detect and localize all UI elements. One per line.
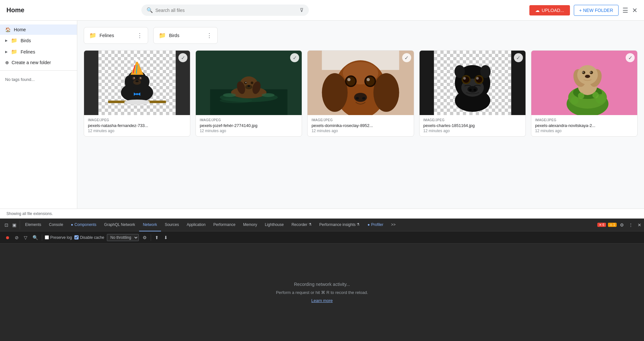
svg-point-35 (245, 82, 246, 83)
svg-point-52 (354, 93, 367, 102)
create-folder-button[interactable]: ⊕ Create a new folder (0, 57, 77, 68)
image-name-0: pexels-natasha-fernandez-733... (88, 123, 186, 128)
svg-point-87 (571, 97, 578, 104)
search-input[interactable] (156, 8, 295, 13)
device-toggle-icon[interactable]: ▣ (10, 220, 18, 229)
folder-icon: 📁 (159, 32, 166, 39)
svg-point-23 (136, 93, 138, 95)
search-icon: 🔍 (147, 7, 153, 13)
image-type-0: IMAGE/JPEG (88, 118, 186, 122)
image-name-1: pexels-jozef-fehér-2774140.jpg (200, 123, 298, 128)
recording-instruction: Perform a request or hit ⌘ R to record t… (276, 290, 368, 295)
svg-point-28 (220, 98, 252, 103)
svg-point-16 (136, 80, 139, 82)
tab-elements[interactable]: Elements (21, 219, 45, 231)
tab-memory[interactable]: Memory (239, 219, 261, 231)
upload-button[interactable]: ☁ UPLOAD... (529, 5, 570, 15)
devtools-network-content: Recording network activity... Perform a … (0, 244, 644, 341)
filter-button[interactable]: ▽ (23, 234, 29, 241)
tab-network[interactable]: Network (139, 219, 161, 231)
svg-point-84 (582, 72, 583, 73)
image-type-4: IMAGE/JPEG (535, 118, 633, 122)
devtools-more-button[interactable]: ⋮ (627, 222, 634, 228)
plus-circle-icon: ⊕ (5, 60, 9, 65)
svg-point-89 (578, 93, 584, 99)
svg-point-90 (592, 92, 599, 98)
app-bar: Home 🔍 ⊽ ☁ UPLOAD... + NEW FOLDER ☰ ✕ (0, 0, 644, 21)
throttle-select[interactable]: No throttling (107, 234, 139, 241)
expand-arrow-icon: ▶ (5, 50, 8, 54)
image-thumb-1: ✓ (196, 51, 302, 115)
image-card-1[interactable]: ✓ IMAGE/JPEG pexels-jozef-fehér-2774140.… (195, 50, 302, 137)
search-network-button[interactable]: 🔍 (31, 234, 39, 241)
toolbar-divider (42, 234, 42, 241)
image-thumb-0: ✓ (84, 51, 190, 115)
tab-more[interactable]: >> (387, 219, 400, 231)
new-folder-button[interactable]: + NEW FOLDER (574, 5, 619, 16)
svg-point-85 (590, 72, 591, 73)
folder-icon: 📁 (11, 37, 17, 44)
folder-card-birds[interactable]: 📁 Birds ⋮ (153, 27, 218, 44)
learn-more-link[interactable]: Learn more (311, 298, 333, 303)
elements-picker-icon[interactable]: ⊡ (3, 220, 10, 229)
svg-point-53 (356, 97, 359, 100)
network-settings-icon[interactable]: ⚙ (141, 234, 148, 241)
tab-sources[interactable]: Sources (161, 219, 183, 231)
tab-components[interactable]: ● Components (67, 219, 100, 231)
devtools-settings-button[interactable]: ⚙ (619, 222, 625, 228)
tab-recorder[interactable]: Recorder ⚗ (288, 219, 315, 231)
select-checkbox-4[interactable]: ✓ (626, 53, 635, 62)
warning-badge: ⚠ 1 (608, 223, 617, 227)
image-card-0[interactable]: ✓ IMAGE/JPEG pexels-natasha-fernandez-73… (84, 50, 190, 137)
error-badge: ✕ 6 (597, 223, 606, 227)
tab-application[interactable]: Application (183, 219, 210, 231)
tab-console[interactable]: Console (45, 219, 67, 231)
content-area: 📁 Felines ⋮ 📁 Birds ⋮ (77, 21, 644, 209)
folder-menu-button[interactable]: ⋮ (137, 32, 143, 39)
recorder-experiment-icon: ⚗ (308, 222, 312, 227)
home-icon: 🏠 (5, 27, 11, 32)
preserve-log-checkbox[interactable]: Preserve log (45, 235, 72, 240)
filter-icon[interactable]: ⊽ (300, 7, 304, 13)
close-icon[interactable]: ✕ (632, 6, 638, 14)
svg-point-49 (366, 77, 375, 86)
svg-point-34 (251, 82, 253, 84)
folders-row: 📁 Felines ⋮ 📁 Birds ⋮ (84, 27, 638, 44)
select-checkbox-3[interactable]: ✓ (514, 53, 523, 62)
svg-point-71 (467, 86, 478, 93)
select-checkbox-2[interactable]: ✓ (402, 53, 411, 62)
svg-point-51 (367, 78, 370, 81)
folder-card-felines[interactable]: 📁 Felines ⋮ (84, 27, 148, 44)
sidebar-divider (0, 70, 77, 71)
record-button[interactable]: ⏺ (4, 234, 11, 241)
tab-perf-insights[interactable]: Performance insights ⚗ (316, 219, 364, 231)
sidebar-item-home[interactable]: 🏠 Home (0, 24, 77, 35)
images-grid: ✓ IMAGE/JPEG pexels-natasha-fernandez-73… (84, 50, 638, 137)
sidebar-item-birds[interactable]: ▶ 📁 Birds (0, 35, 77, 46)
tab-graphql[interactable]: GraphQL Network (100, 219, 139, 231)
tab-lighthouse[interactable]: Lighthouse (261, 219, 288, 231)
main-area: 🏠 Home ▶ 📁 Birds ▶ 📁 Felines ⊕ Create a … (0, 21, 644, 209)
sidebar: 🏠 Home ▶ 📁 Birds ▶ 📁 Felines ⊕ Create a … (0, 21, 77, 209)
devtools-close-button[interactable]: ✕ (636, 222, 643, 228)
svg-point-43 (322, 73, 348, 112)
folder-icon: 📁 (11, 49, 17, 55)
svg-point-13 (134, 77, 135, 79)
disable-cache-checkbox[interactable]: Disable cache (74, 235, 104, 240)
clear-button[interactable]: ⊘ (14, 234, 20, 241)
tab-performance[interactable]: Performance (209, 219, 239, 231)
svg-point-63 (480, 65, 490, 78)
export-button[interactable]: ⬇ (163, 234, 169, 241)
sidebar-item-felines[interactable]: ▶ 📁 Felines (0, 46, 77, 57)
tab-profiler[interactable]: ● Profiler (364, 219, 387, 231)
image-type-2: IMAGE/JPEG (311, 118, 410, 122)
search-bar: 🔍 ⊽ (141, 5, 309, 16)
list-view-icon[interactable]: ☰ (622, 6, 628, 14)
image-card-2[interactable]: ✓ IMAGE/JPEG pexels-dominika-roseclay-89… (307, 50, 414, 137)
svg-point-86 (585, 75, 590, 78)
image-card-3[interactable]: ✓ IMAGE/JPEG pexels-charles-1851164.jpg … (419, 50, 526, 137)
import-button[interactable]: ⬆ (154, 234, 160, 241)
folder-menu-button[interactable]: ⋮ (206, 32, 212, 39)
select-checkbox-0[interactable]: ✓ (178, 53, 187, 62)
image-card-4[interactable]: ✓ IMAGE/JPEG pexels-alexandra-novitskaya… (531, 50, 638, 137)
